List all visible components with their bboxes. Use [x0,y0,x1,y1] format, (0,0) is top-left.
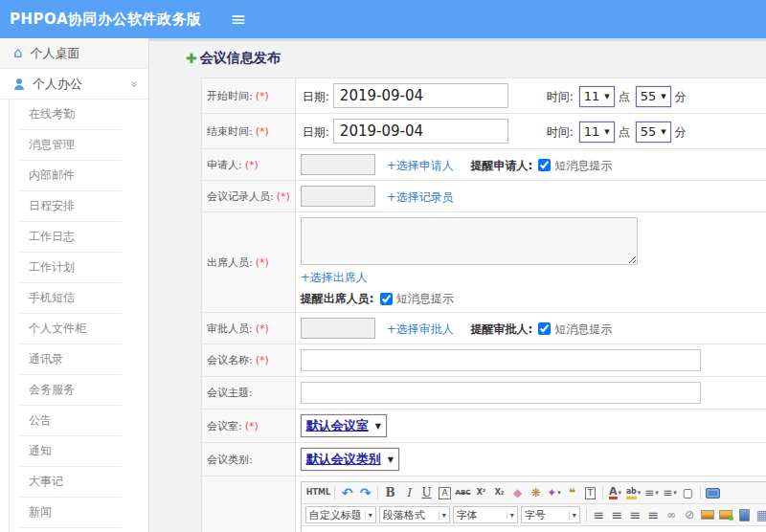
minute-value: 55 [641,124,657,139]
strikethrough-icon[interactable]: ABC [455,485,471,501]
superscript-icon[interactable]: X² [473,485,489,501]
html-source-icon[interactable]: HTML [306,485,330,501]
select-label: 字号 [525,508,546,522]
link-icon[interactable]: ∞ [664,507,680,523]
meeting-name-input[interactable] [301,349,701,371]
select-recorder-link[interactable]: +选择记录员 [387,190,454,204]
custom-title-select[interactable]: 自定义标题 [305,506,376,523]
sidebar-item-notice[interactable]: 通知 [18,436,122,467]
hamburger-menu-icon[interactable]: ≡ [231,10,247,29]
attendees-textarea[interactable] [301,217,638,265]
insert-media-icon[interactable] [736,507,753,523]
select-approver-link[interactable]: +选择审批人 [387,322,454,336]
sidebar-item-label: 会务服务 [29,382,75,398]
editor-content-area[interactable] [302,526,766,532]
fullscreen-icon[interactable] [705,485,721,501]
select-arrow-icon: ▼ [375,422,381,431]
applicant-input[interactable] [301,154,375,175]
sidebar-item-work-log[interactable]: 工作日志 [18,222,122,253]
highlight-icon[interactable]: ab [625,485,642,501]
italic-icon[interactable]: I [400,485,417,501]
sidebar-item-schedule[interactable]: 日程安排 [18,191,122,222]
approver-input[interactable] [301,318,375,339]
sidebar-item-label: 在线考勤 [29,106,75,122]
start-hour-select[interactable]: 11▼ [579,86,615,107]
select-applicant-link[interactable]: +选择申请人 [387,159,454,172]
sidebar-item-office[interactable]: 个人办公 » [0,69,148,100]
glyph: ≡ [593,508,604,521]
page-title-text: 会议信息发布 [200,50,281,67]
unordered-list-icon[interactable]: ≡ [662,485,678,501]
undo-icon[interactable]: ↶ [339,485,355,501]
approver-sms-checkbox[interactable] [538,322,551,335]
select-arrow-icon: ▼ [604,93,609,100]
eraser-icon[interactable]: ◆ [509,485,526,501]
sidebar-item-desktop[interactable]: ⌂ 个人桌面 [0,38,148,69]
unlink-icon[interactable]: ⊘ [682,507,698,523]
align-right-icon[interactable]: ≡ [627,507,643,523]
start-minute-select[interactable]: 55▼ [636,86,671,107]
underline-icon[interactable]: U [418,485,435,501]
remind-attendees-label: 提醒出席人员: [301,292,374,305]
sidebar-item-work-plan[interactable]: 工作计划 [18,253,122,283]
blockquote-icon[interactable]: ❝ [564,485,580,501]
sidebar-item-news[interactable]: 新闻 [18,498,122,528]
sidebar-item-messages[interactable]: 消息管理 [18,130,122,161]
select-label: 自定义标题 [309,508,362,522]
font-color-icon[interactable]: A [607,485,623,501]
subscript-icon[interactable]: X₂ [491,485,507,501]
field-label: 开始时间: [207,90,253,102]
format-painter-icon[interactable]: ✦ [546,485,562,501]
new-page-icon[interactable]: ▢ [680,485,696,501]
sidebar-item-label: 个人办公 [33,76,82,93]
sidebar-item-file-cabinet[interactable]: 个人文件柜 [18,314,122,344]
align-left-icon[interactable]: ≡ [591,507,607,523]
sidebar-item-announcement[interactable]: 公告 [18,406,122,436]
clean-format-icon[interactable]: ❋ [528,485,544,501]
sidebar-item-contacts[interactable]: 通讯录 [18,344,122,375]
redo-icon[interactable]: ↷ [357,485,373,501]
insert-image-icon[interactable] [700,507,716,523]
align-center-icon[interactable]: ≡ [609,507,625,523]
glyph: ≡ [647,508,659,521]
select-attendees-link[interactable]: +选择出席人 [301,271,368,284]
paragraph-format-select[interactable]: 段落格式 [379,506,450,523]
sidebar-item-events[interactable]: 大事记 [18,467,122,498]
glyph: ▦ [756,508,766,521]
sidebar-item-e-journal[interactable]: 电子期刊 [18,528,122,532]
paste-icon[interactable]: T [582,485,598,501]
bold-icon[interactable]: B [382,485,398,501]
meeting-category-select[interactable]: 默认会议类别▼ [301,448,399,471]
glyph: ∞ [666,509,676,521]
meeting-topic-input[interactable] [301,382,701,404]
glyph: A [609,487,618,499]
sidebar-item-sms[interactable]: 手机短信 [18,283,122,314]
attendees-sms-checkbox[interactable] [380,293,393,305]
glyph [739,509,750,521]
insert-image-upload-icon[interactable] [718,507,734,523]
char-border-icon[interactable]: A [437,485,453,501]
align-justify-icon[interactable]: ≡ [645,507,662,523]
glyph: B [385,487,394,499]
field-label: 会议类别: [207,454,253,466]
select-label: 字体 [457,508,478,522]
meeting-room-select[interactable]: 默认会议室▼ [301,414,387,437]
sidebar-item-label: 工作计划 [29,259,75,276]
app-title: PHPOA协同办公软件政务版 [0,11,202,29]
recorder-input[interactable] [301,186,375,207]
font-size-select[interactable]: 字号 [521,506,580,523]
applicant-sms-checkbox[interactable] [538,159,551,171]
sidebar-item-mail[interactable]: 内部邮件 [18,161,122,191]
font-family-select[interactable]: 字体 [453,506,518,523]
insert-table-icon[interactable]: ▦ [755,507,766,523]
end-hour-select[interactable]: 11▼ [579,122,615,143]
home-icon: ⌂ [13,46,23,60]
sidebar-item-attendance[interactable]: 在线考勤 [18,100,122,130]
editor-toolbar-selects: 自定义标题段落格式字体字号 [305,506,583,523]
start-date-input[interactable] [333,83,508,108]
editor-toolbar-row1: HTML↶↷BIUAABCX²X₂◆❋✦❝TAab≡≡▢ [302,482,766,504]
ordered-list-icon[interactable]: ≡ [643,485,660,501]
end-minute-select[interactable]: 55▼ [636,122,671,143]
sidebar-item-meeting-service[interactable]: 会务服务 [18,375,122,406]
end-date-input[interactable] [333,119,508,144]
